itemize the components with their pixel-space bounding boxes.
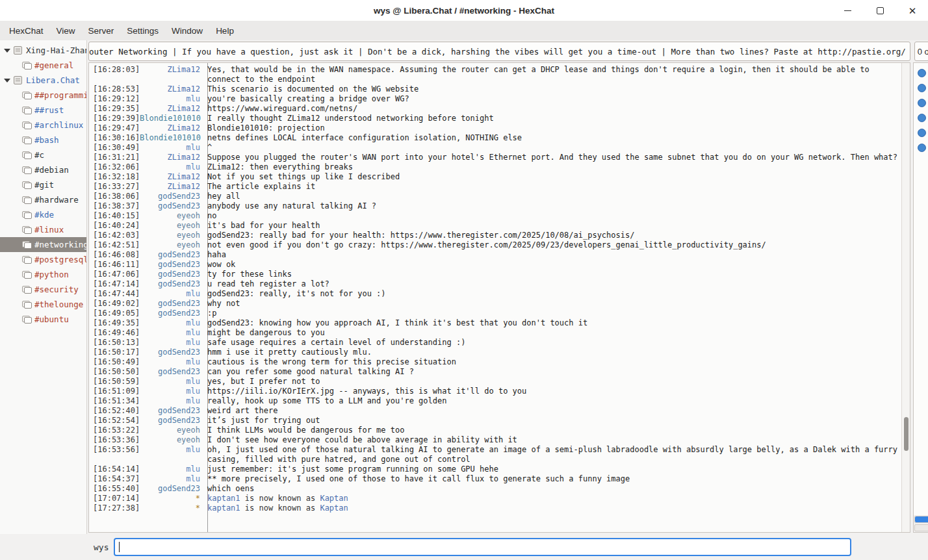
user-item[interactable]: acetech_	[918, 320, 928, 335]
message-nick[interactable]: mlu	[140, 396, 203, 406]
message-nick[interactable]: mlu	[140, 328, 203, 338]
menu-item-window[interactable]: Window	[165, 23, 209, 38]
tree-channel-item[interactable]: ##rust	[0, 103, 86, 118]
user-item[interactable]: _flood	[918, 185, 928, 200]
message-nick[interactable]: eyeoh	[140, 435, 203, 445]
message-nick[interactable]: Blondie101010	[140, 114, 203, 123]
message-nick[interactable]: godSend23	[140, 299, 203, 309]
menu-item-settings[interactable]: Settings	[120, 23, 165, 38]
message-nick[interactable]: mlu	[140, 357, 203, 367]
user-item[interactable]: _0xdelta	[918, 155, 928, 170]
user-item[interactable]: Adran	[918, 394, 928, 409]
message-nick[interactable]: mlu	[140, 162, 203, 172]
user-item[interactable]: catphish	[918, 95, 928, 110]
message-nick[interactable]: eyeoh	[140, 221, 203, 231]
message-nick[interactable]: Blondie101010	[140, 133, 203, 143]
message-nick[interactable]: godSend23	[140, 279, 203, 289]
user-item[interactable]: Allie`	[918, 81, 928, 95]
tree-channel-item[interactable]: #thelounge	[0, 297, 86, 312]
user-item[interactable]: ajak__	[918, 439, 928, 454]
nick-link[interactable]: kaptan1	[207, 494, 240, 503]
minimize-button[interactable]	[841, 4, 854, 17]
message-nick[interactable]: godSend23	[140, 270, 203, 279]
message-nick[interactable]: eyeoh	[140, 426, 203, 435]
message-nick[interactable]: mlu	[140, 318, 203, 328]
menu-item-hexchat[interactable]: HexChat	[3, 23, 50, 38]
message-nick[interactable]: ZLima12	[140, 153, 203, 162]
tree-server-item[interactable]: Libera.Chat	[0, 73, 86, 88]
tree-channel-item[interactable]: #ubuntu	[0, 312, 86, 327]
message-nick[interactable]: eyeoh	[140, 211, 203, 221]
menu-item-view[interactable]: View	[50, 23, 82, 38]
message-nick[interactable]: eyeoh	[140, 240, 203, 250]
message-nick[interactable]: godSend23	[140, 260, 203, 270]
message-nick[interactable]: mlu	[140, 289, 203, 299]
user-item[interactable]: Abrax	[918, 290, 928, 305]
tree-channel-item[interactable]: #security	[0, 282, 86, 297]
close-button[interactable]: ✕	[906, 4, 919, 17]
tree-server-item[interactable]: Xing-Hai-Zhang	[0, 43, 86, 58]
topic-input[interactable]: outer Networking | If you have a questio…	[88, 42, 910, 61]
tree-channel-item[interactable]: #bash	[0, 133, 86, 147]
tree-channel-item[interactable]: #linux	[0, 222, 86, 237]
tree-channel-item[interactable]: #python	[0, 267, 86, 282]
user-item[interactable]: Allie	[918, 66, 928, 81]
message-nick[interactable]: godSend23	[140, 416, 203, 426]
message-nick[interactable]: mlu	[140, 445, 203, 455]
message-nick[interactable]: eyeoh	[140, 231, 203, 240]
menu-item-server[interactable]: Server	[82, 23, 121, 38]
message-nick[interactable]: *	[140, 503, 203, 513]
user-item[interactable]: _qw_	[918, 230, 928, 245]
user-item[interactable]: adeliktas	[918, 379, 928, 394]
expander-icon[interactable]	[4, 49, 10, 53]
message-nick[interactable]: godSend23	[140, 348, 203, 357]
tree-channel-item[interactable]: #git	[0, 177, 86, 192]
message-nick[interactable]: godSend23	[140, 192, 203, 201]
nick-link[interactable]: Kaptan	[320, 503, 348, 513]
tree-channel-item[interactable]: #networking	[0, 237, 86, 252]
message-nick[interactable]: godSend23	[140, 406, 203, 416]
tree-channel-item[interactable]: #hardware	[0, 192, 86, 207]
user-item[interactable]: tds	[918, 140, 928, 155]
message-nick[interactable]: ZLima12	[140, 65, 203, 75]
tree-channel-item[interactable]: #kde	[0, 207, 86, 222]
user-item[interactable]: aaabbb	[918, 275, 928, 290]
user-item[interactable]: akrawt1	[918, 499, 928, 514]
message-nick[interactable]: godSend23	[140, 484, 203, 494]
nick-link[interactable]: kaptan1	[207, 503, 240, 513]
tree-channel-item[interactable]: #archlinux	[0, 118, 86, 133]
chat-scrollbar-thumb[interactable]	[904, 417, 909, 451]
message-nick[interactable]: mlu	[140, 143, 203, 153]
tree-channel-item[interactable]: ##programming	[0, 88, 86, 103]
tree-channel-item[interactable]: #debian	[0, 162, 86, 177]
user-item[interactable]: _ghostbyt	[918, 200, 928, 215]
message-nick[interactable]: mlu	[140, 338, 203, 348]
message-nick[interactable]: mlu	[140, 465, 203, 474]
tree-channel-item[interactable]: #postgresql	[0, 252, 86, 267]
message-nick[interactable]: mlu	[140, 94, 203, 104]
user-item[interactable]: aefinity	[918, 409, 928, 424]
user-item[interactable]: __sean__	[918, 170, 928, 185]
message-nick[interactable]: godSend23	[140, 201, 203, 211]
user-item[interactable]: aczyz	[918, 364, 928, 379]
user-item[interactable]: a174n936	[918, 245, 928, 260]
message-nick[interactable]: ZLima12	[140, 84, 203, 94]
message-input[interactable]	[114, 538, 851, 556]
user-item[interactable]: akelly	[918, 484, 928, 499]
user-item[interactable]: mlu	[918, 125, 928, 140]
tree-channel-item[interactable]: #c	[0, 147, 86, 162]
user-item[interactable]: _peter	[918, 215, 928, 230]
expander-icon[interactable]	[4, 79, 10, 83]
message-nick[interactable]: godSend23	[140, 250, 203, 260]
maximize-button[interactable]	[873, 4, 886, 17]
user-item[interactable]: ak-ak	[918, 469, 928, 484]
user-item[interactable]: Affliction	[918, 424, 928, 439]
nick-link[interactable]: Kaptan	[320, 494, 348, 503]
user-item[interactable]: Cowclops`	[918, 110, 928, 125]
title-bar[interactable]: wys @ Libera.Chat / #networking - HexCha…	[0, 0, 928, 21]
message-nick[interactable]: ZLima12	[140, 182, 203, 192]
user-item[interactable]: accelario	[918, 305, 928, 320]
menu-item-help[interactable]: Help	[209, 23, 240, 38]
message-nick[interactable]: ZLima12	[140, 123, 203, 133]
message-nick[interactable]: ZLima12	[140, 104, 203, 114]
